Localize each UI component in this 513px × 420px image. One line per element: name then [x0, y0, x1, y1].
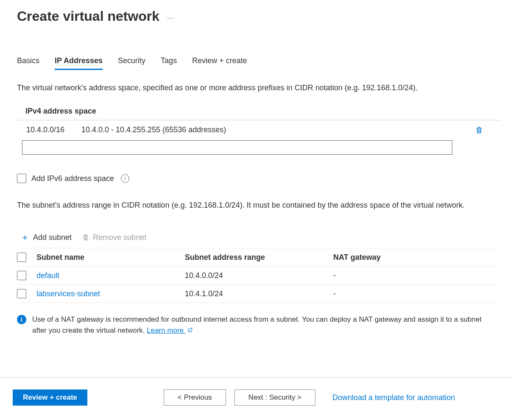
- add-subnet-button[interactable]: ＋ Add subnet: [20, 233, 72, 242]
- subnet-description: The subnet's address range in CIDR notat…: [17, 200, 483, 211]
- tab-security[interactable]: Security: [118, 56, 145, 70]
- external-link-icon: [187, 325, 193, 336]
- download-template-link[interactable]: Download a template for automation: [332, 393, 455, 402]
- trash-icon: [82, 234, 89, 241]
- tab-basics[interactable]: Basics: [17, 56, 39, 70]
- table-row: labservices-subnet 10.4.1.0/24 -: [17, 285, 496, 303]
- address-space-input-row: [17, 139, 500, 160]
- add-ipv6-label: Add IPv6 address space: [31, 174, 114, 183]
- more-actions-icon[interactable]: ···: [167, 14, 175, 22]
- subnet-nat-value: -: [333, 289, 496, 298]
- info-banner-text: Use of a NAT gateway is recommended for …: [32, 315, 482, 334]
- address-space-row: 10.4.0.0/16 10.4.0.0 - 10.4.255.255 (655…: [17, 120, 500, 139]
- nat-gateway-info-banner: i Use of a NAT gateway is recommended fo…: [17, 314, 496, 336]
- next-button[interactable]: Next : Security >: [234, 389, 315, 406]
- previous-button[interactable]: < Previous: [164, 389, 226, 406]
- remove-subnet-button: Remove subnet: [82, 233, 146, 242]
- add-ipv6-checkbox[interactable]: [17, 174, 26, 183]
- address-cidr: 10.4.0.0/16: [26, 125, 81, 134]
- page-title: Create virtual network: [17, 8, 159, 24]
- add-subnet-label: Add subnet: [33, 233, 72, 242]
- subnet-range-value: 10.4.1.0/24: [185, 289, 333, 298]
- tab-tags[interactable]: Tags: [161, 56, 177, 70]
- delete-address-space-icon[interactable]: [475, 126, 483, 134]
- learn-more-link[interactable]: Learn more: [147, 326, 193, 334]
- new-address-space-input[interactable]: [22, 140, 452, 155]
- subnet-col-range: Subnet address range: [185, 253, 333, 262]
- address-space-description: The virtual network's address space, spe…: [17, 83, 500, 93]
- ipv4-address-space-header: IPv4 address space: [25, 107, 500, 120]
- tab-bar: Basics IP Addresses Security Tags Review…: [17, 56, 500, 70]
- address-range-description: 10.4.0.0 - 10.4.255.255 (65536 addresses…: [81, 125, 226, 134]
- subnet-name-link[interactable]: labservices-subnet: [36, 289, 185, 298]
- subnet-col-name: Subnet name: [36, 253, 185, 262]
- subnet-name-link[interactable]: default: [36, 271, 185, 280]
- subnet-range-value: 10.4.0.0/24: [185, 271, 333, 280]
- plus-icon: ＋: [20, 233, 30, 242]
- tab-ip-addresses[interactable]: IP Addresses: [55, 56, 103, 70]
- review-create-button[interactable]: Review + create: [13, 389, 87, 406]
- info-icon: i: [17, 315, 26, 324]
- footer-bar: Review + create < Previous Next : Securi…: [0, 377, 513, 420]
- table-row: default 10.4.0.0/24 -: [17, 267, 496, 285]
- remove-subnet-label: Remove subnet: [93, 233, 146, 242]
- subnet-row-checkbox[interactable]: [17, 271, 26, 280]
- tab-review-create[interactable]: Review + create: [192, 56, 247, 70]
- subnet-table: Subnet name Subnet address range NAT gat…: [17, 248, 496, 303]
- subnet-nat-value: -: [333, 271, 496, 280]
- subnet-select-all-checkbox[interactable]: [17, 253, 26, 262]
- address-space-table: 10.4.0.0/16 10.4.0.0 - 10.4.255.255 (655…: [17, 120, 500, 160]
- ipv6-info-icon[interactable]: i: [121, 174, 129, 183]
- subnet-col-nat: NAT gateway: [333, 253, 496, 262]
- subnet-row-checkbox[interactable]: [17, 289, 26, 298]
